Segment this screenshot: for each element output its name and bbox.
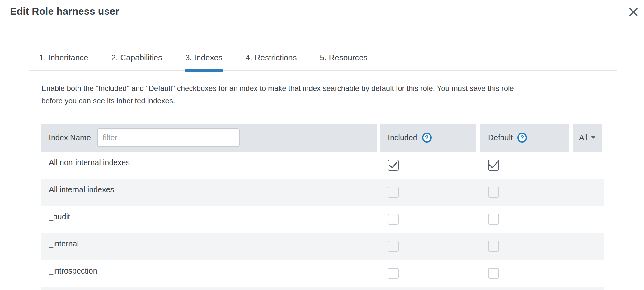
included-checkbox[interactable] [388,268,399,279]
index-name: All internal indexes [41,179,377,206]
help-icon[interactable]: ? [517,133,527,143]
description-line: Enable both the "Included" and "Default"… [41,82,605,95]
table-row: _audit [41,206,604,233]
help-icon[interactable]: ? [422,133,432,143]
header-divider [0,35,644,35]
tab-inheritance[interactable]: 1. Inheritance [39,53,88,72]
index-name-header-cell: Index Name [41,124,377,152]
included-header-cell: Included ? [380,124,476,152]
table-row: All non-internal indexes [41,152,604,179]
included-checkbox[interactable] [388,160,399,171]
all-dropdown[interactable]: All [573,124,602,152]
included-checkbox[interactable] [388,214,399,225]
tab-resources[interactable]: 5. Resources [320,53,368,72]
index-name: _introspection [41,260,377,287]
all-label: All [579,133,588,142]
table-row: _introspection [41,260,604,287]
table-row-partial [41,287,604,290]
filter-input[interactable] [97,128,240,147]
page-title: Edit Role harness user [10,6,119,17]
description: Enable both the "Included" and "Default"… [41,82,605,107]
tab-bar: 1. Inheritance 2. Capabilities 3. Indexe… [29,53,617,71]
index-name-label: Index Name [49,133,91,142]
table-header: Index Name Included ? Default ? All [41,124,604,152]
tab-capabilities[interactable]: 2. Capabilities [111,53,162,72]
default-label: Default [488,133,513,142]
default-checkbox[interactable] [488,214,499,225]
default-header-cell: Default ? [480,124,569,152]
included-label: Included [388,133,417,142]
included-checkbox[interactable] [388,187,399,198]
default-checkbox[interactable] [488,187,499,198]
index-name: _audit [41,206,377,233]
close-icon [628,7,638,17]
tab-indexes[interactable]: 3. Indexes [185,53,223,72]
table-row: _internal [41,233,604,260]
included-checkbox[interactable] [388,241,399,252]
default-checkbox[interactable] [488,160,499,171]
tab-restrictions[interactable]: 4. Restrictions [246,53,297,72]
caret-down-icon [591,136,596,139]
default-checkbox[interactable] [488,241,499,252]
default-checkbox[interactable] [488,268,499,279]
indexes-table: Index Name Included ? Default ? All All … [41,124,604,290]
description-line: before you can see its inherited indexes… [41,95,605,107]
index-name: All non-internal indexes [41,152,377,179]
table-row: All internal indexes [41,179,604,206]
close-button[interactable] [628,7,639,18]
index-name: _internal [41,233,377,260]
